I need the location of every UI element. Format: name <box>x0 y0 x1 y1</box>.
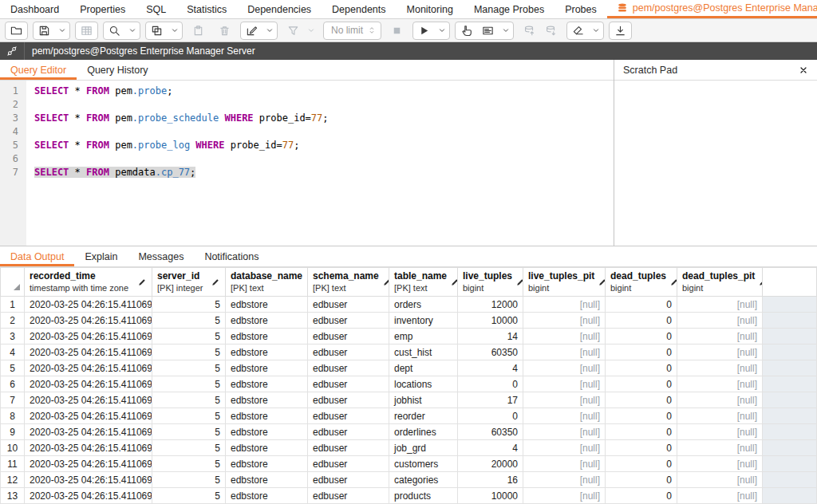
cell-database-name[interactable]: edbstore <box>226 376 308 392</box>
column-header-live-tuples-pit[interactable]: live_tuples_pitbigint <box>523 268 606 297</box>
cell-recorded-time[interactable]: 2020-03-25 04:26:15.411069-04 <box>25 440 152 456</box>
cell-server-id[interactable]: 5 <box>152 488 226 504</box>
cell-recorded-time[interactable]: 2020-03-25 04:26:15.411069-04 <box>25 313 152 329</box>
column-header-dead-tuples[interactable]: dead_tuplesbigint <box>606 268 677 297</box>
cell-live-tuples-pit[interactable]: [null] <box>523 329 606 345</box>
cell-dead-tuples-pit[interactable]: [null] <box>677 376 763 392</box>
row-limit-input[interactable]: No limit <box>323 22 381 40</box>
cell-dead-tuples[interactable]: 0 <box>606 424 677 440</box>
cell-database-name[interactable]: edbstore <box>226 456 308 472</box>
cell-live-tuples-pit[interactable]: [null] <box>523 313 606 329</box>
cell-schema-name[interactable]: edbuser <box>308 345 389 360</box>
cell-table-name[interactable]: categories <box>389 472 458 488</box>
find-options-button[interactable] <box>125 22 140 39</box>
cell-schema-name[interactable]: edbuser <box>308 456 389 472</box>
cell-database-name[interactable]: edbstore <box>226 345 308 360</box>
tab-query-editor[interactable]: Query Editor <box>0 60 77 80</box>
cell-table-name[interactable]: orderlines <box>389 424 458 440</box>
cell-dead-tuples[interactable]: 0 <box>606 472 677 488</box>
explain-options-button[interactable] <box>477 22 499 39</box>
cell-dead-tuples[interactable]: 0 <box>606 392 677 408</box>
row-number[interactable]: 12 <box>1 472 25 488</box>
edit-column-icon[interactable] <box>137 278 147 287</box>
save-file-button[interactable] <box>34 22 55 39</box>
cell-live-tuples[interactable]: 14 <box>458 329 523 345</box>
editor-code[interactable]: SELECT * FROM pem.probe;SELECT * FROM pe… <box>26 81 614 246</box>
cell-live-tuples[interactable]: 17 <box>458 392 523 408</box>
cell-recorded-time[interactable]: 2020-03-25 04:26:15.411069-04 <box>25 408 152 424</box>
cell-dead-tuples[interactable]: 0 <box>606 360 677 376</box>
cell-database-name[interactable]: edbstore <box>226 360 308 376</box>
menu-item-dependents[interactable]: Dependents <box>322 0 396 18</box>
tab-notifications[interactable]: Notifications <box>194 246 269 266</box>
edit-column-icon[interactable] <box>598 278 605 287</box>
edit-options-button[interactable] <box>262 22 277 39</box>
edit-column-icon[interactable] <box>450 278 457 287</box>
cell-dead-tuples-pit[interactable]: [null] <box>677 329 763 345</box>
cell-database-name[interactable]: edbstore <box>226 440 308 456</box>
column-header-dead-tuples-pit[interactable]: dead_tuples_pitbigint <box>677 268 763 297</box>
cell-live-tuples-pit[interactable]: [null] <box>523 424 606 440</box>
cell-recorded-time[interactable]: 2020-03-25 04:26:15.411069-04 <box>25 376 152 392</box>
cell-live-tuples[interactable]: 60350 <box>458 424 523 440</box>
cell-live-tuples[interactable]: 20000 <box>458 456 523 472</box>
auto-commit-button[interactable] <box>456 22 477 39</box>
cell-server-id[interactable]: 5 <box>152 345 226 360</box>
cell-schema-name[interactable]: edbuser <box>308 440 389 456</box>
cell-server-id[interactable]: 5 <box>152 440 226 456</box>
cell-dead-tuples[interactable]: 0 <box>606 408 677 424</box>
cell-dead-tuples[interactable]: 0 <box>606 297 677 313</box>
cell-recorded-time[interactable]: 2020-03-25 04:26:15.411069-04 <box>25 472 152 488</box>
cell-table-name[interactable]: dept <box>389 360 458 376</box>
cell-dead-tuples[interactable]: 0 <box>606 313 677 329</box>
cell-table-name[interactable]: cust_hist <box>389 345 458 360</box>
cell-table-name[interactable]: locations <box>389 376 458 392</box>
cell-table-name[interactable]: customers <box>389 456 458 472</box>
cell-dead-tuples-pit[interactable]: [null] <box>677 440 763 456</box>
tab-query-history[interactable]: Query History <box>77 60 158 80</box>
cell-schema-name[interactable]: edbuser <box>308 424 389 440</box>
execute-options-button[interactable] <box>435 22 449 39</box>
cell-live-tuples-pit[interactable]: [null] <box>523 472 606 488</box>
cell-database-name[interactable]: edbstore <box>226 488 308 504</box>
cell-database-name[interactable]: edbstore <box>226 297 308 313</box>
cell-recorded-time[interactable]: 2020-03-25 04:26:15.411069-04 <box>25 360 152 376</box>
cell-server-id[interactable]: 5 <box>152 424 226 440</box>
row-number[interactable]: 7 <box>1 392 25 408</box>
cell-server-id[interactable]: 5 <box>152 329 226 345</box>
column-header-recorded-time[interactable]: recorded_timetimestamp with time zone <box>25 268 152 297</box>
cell-live-tuples-pit[interactable]: [null] <box>523 392 606 408</box>
row-number[interactable]: 6 <box>1 376 25 392</box>
edit-column-icon[interactable] <box>515 278 523 287</box>
cell-schema-name[interactable]: edbuser <box>308 392 389 408</box>
cell-server-id[interactable]: 5 <box>152 360 226 376</box>
cell-live-tuples-pit[interactable]: [null] <box>523 376 606 392</box>
menu-item-properties[interactable]: Properties <box>69 0 136 18</box>
cell-server-id[interactable]: 5 <box>152 376 226 392</box>
cell-schema-name[interactable]: edbuser <box>308 360 389 376</box>
cell-dead-tuples[interactable]: 0 <box>606 440 677 456</box>
cell-database-name[interactable]: edbstore <box>226 313 308 329</box>
row-number[interactable]: 3 <box>1 329 25 345</box>
row-number[interactable]: 8 <box>1 408 25 424</box>
edit-column-icon[interactable] <box>382 278 389 287</box>
cell-dead-tuples[interactable]: 0 <box>606 329 677 345</box>
row-number[interactable]: 9 <box>1 424 25 440</box>
cell-recorded-time[interactable]: 2020-03-25 04:26:15.411069-04 <box>25 456 152 472</box>
cell-live-tuples[interactable]: 4 <box>458 360 523 376</box>
cell-live-tuples-pit[interactable]: [null] <box>523 345 606 360</box>
menu-item-sql[interactable]: SQL <box>136 0 176 18</box>
cell-schema-name[interactable]: edbuser <box>308 376 389 392</box>
cell-database-name[interactable]: edbstore <box>226 424 308 440</box>
cell-schema-name[interactable]: edbuser <box>308 313 389 329</box>
cell-schema-name[interactable]: edbuser <box>308 297 389 313</box>
find-button[interactable] <box>104 22 125 39</box>
explain-menu-button[interactable] <box>499 22 513 39</box>
row-number[interactable]: 13 <box>1 488 25 504</box>
column-header-database-name[interactable]: database_name[PK] text <box>226 268 308 297</box>
cell-live-tuples[interactable]: 60350 <box>458 345 523 360</box>
download-csv-button[interactable] <box>610 22 631 39</box>
cell-live-tuples-pit[interactable]: [null] <box>523 440 606 456</box>
cell-dead-tuples-pit[interactable]: [null] <box>677 424 763 440</box>
edit-button[interactable] <box>241 22 262 39</box>
